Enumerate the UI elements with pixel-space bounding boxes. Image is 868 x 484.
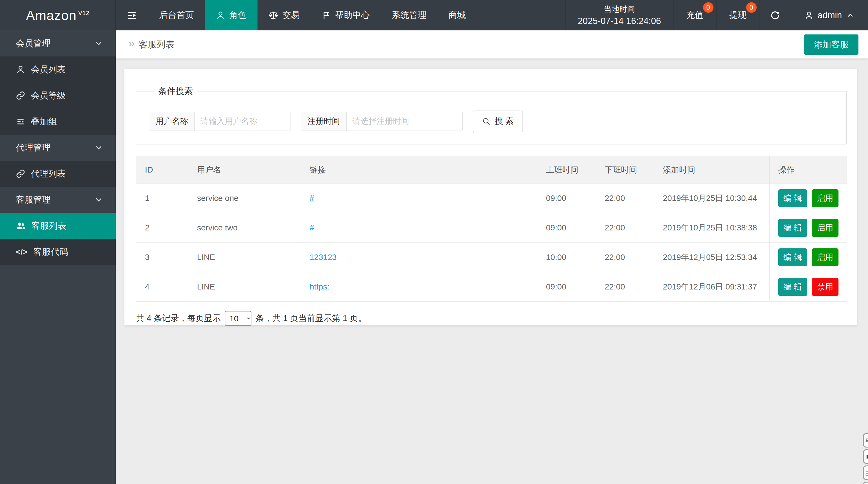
chevron-down-icon [94, 195, 103, 205]
search-button[interactable]: 搜 索 [473, 111, 523, 132]
sidebar: 会员管理 会员列表 会员等级 叠加组 代理管理 代理列表 客服管理 [0, 30, 116, 484]
sidebar-group-agents[interactable]: 代理管理 [0, 134, 116, 161]
translate-widget-button[interactable]: EN [863, 433, 868, 448]
service-link[interactable]: # [310, 223, 314, 232]
service-list-card: 条件搜索 用户名称 注册时间 搜 索 [124, 69, 857, 325]
recharge-badge: 0 [703, 2, 713, 13]
sidebar-item-service-list[interactable]: 客服列表 [0, 213, 116, 239]
cell-added-time: 2019年12月06日 09:31:37 [654, 272, 770, 302]
table-header-row: ID 用户名 链接 上班时间 下班时间 添加时间 操作 [136, 156, 847, 184]
list-arrow-icon [16, 117, 25, 126]
local-time-value: 2025-07-14 16:24:06 [578, 15, 661, 27]
sidebar-group-service[interactable]: 客服管理 [0, 187, 116, 213]
cell-end-time: 22:00 [596, 243, 654, 272]
nav-item-mall[interactable]: 商城 [437, 0, 477, 30]
sidebar-group-members[interactable]: 会员管理 [0, 30, 116, 56]
screen: AmazonV12 后台首页 角色 交易 帮助中心 系统管理 商城 当地时间 2… [0, 0, 868, 484]
nav-item-system[interactable]: 系统管理 [381, 0, 437, 30]
sidebar-item-stack-group[interactable]: 叠加组 [0, 109, 116, 134]
breadcrumb-bar: » 客服列表 添加客服 [116, 30, 868, 58]
link-icon [16, 169, 25, 178]
nav-item-roles[interactable]: 角色 [205, 0, 257, 30]
edit-button[interactable]: 编 辑 [778, 189, 807, 207]
withdraw-label: 提现 [730, 9, 747, 21]
nav-item-trade[interactable]: 交易 [257, 0, 311, 30]
cell-end-time: 22:00 [596, 184, 654, 213]
disable-button[interactable]: 禁用 [812, 278, 838, 296]
cell-id: 2 [136, 213, 188, 243]
col-header-link: 链接 [301, 156, 537, 184]
sidebar-item-member-level[interactable]: 会员等级 [0, 83, 116, 109]
add-service-button[interactable]: 添加客服 [804, 34, 859, 55]
username-input[interactable] [195, 112, 290, 130]
enable-button[interactable]: 启用 [812, 248, 838, 266]
sidebar-toggle-button[interactable] [116, 0, 148, 30]
local-time-label: 当地时间 [604, 3, 635, 15]
cell-end-time: 22:00 [596, 272, 654, 302]
nav-spacer [477, 0, 565, 30]
username-label: admin [818, 10, 842, 21]
widget-square-button[interactable] [863, 449, 868, 464]
cell-start-time: 09:00 [537, 184, 596, 213]
edit-button[interactable]: 编 辑 [778, 278, 807, 296]
sidebar-item-service-code[interactable]: </> 客服代码 [0, 239, 116, 265]
breadcrumb-chevrons-icon: » [128, 37, 134, 50]
language-label: EN [865, 438, 868, 443]
table-row: 1 service one # 09:00 22:00 2019年10月25日 … [136, 184, 847, 213]
table-row: 2 service two # 09:00 22:00 2019年10月25日 … [136, 213, 847, 243]
regtime-field-label: 注册时间 [301, 112, 347, 130]
user-menu[interactable]: admin [791, 0, 868, 30]
menu-lines-icon [866, 471, 868, 472]
code-icon: </> [16, 247, 28, 256]
nav-item-dashboard[interactable]: 后台首页 [148, 0, 205, 30]
cell-added-time: 2019年10月25日 10:38:38 [654, 213, 770, 243]
withdraw-badge: 0 [746, 2, 756, 13]
cell-username: service one [188, 184, 301, 213]
content-area: 条件搜索 用户名称 注册时间 搜 索 [116, 58, 868, 484]
recharge-button[interactable]: 充值 0 [674, 0, 717, 30]
flag-icon [322, 11, 331, 20]
edit-button[interactable]: 编 辑 [778, 248, 807, 266]
cell-id: 4 [136, 272, 188, 302]
service-link[interactable]: # [310, 194, 314, 203]
col-header-end-time: 下班时间 [596, 156, 654, 184]
float-widget-stack: EN [863, 433, 868, 484]
chevron-down-icon [94, 143, 103, 153]
logo-name: Amazon [26, 8, 77, 23]
withdraw-button[interactable]: 提现 0 [717, 0, 760, 30]
edit-button[interactable]: 编 辑 [778, 219, 807, 237]
widget-extra-button[interactable] [863, 482, 868, 484]
sidebar-group-label: 代理管理 [16, 142, 51, 154]
regtime-input-group: 注册时间 [301, 112, 463, 131]
nav-item-label: 角色 [229, 9, 247, 21]
enable-button[interactable]: 启用 [812, 219, 838, 237]
sidebar-item-label: 会员列表 [31, 64, 66, 75]
link-icon [16, 91, 25, 100]
sidebar-item-label: 会员等级 [31, 90, 66, 101]
nav-item-help-center[interactable]: 帮助中心 [311, 0, 381, 30]
col-header-username: 用户名 [188, 156, 301, 184]
breadcrumb: 客服列表 [138, 38, 175, 51]
widget-menu-button[interactable] [863, 465, 868, 480]
cell-start-time: 09:00 [537, 213, 596, 243]
hamburger-icon [126, 9, 138, 21]
enable-button[interactable]: 启用 [812, 189, 838, 207]
cell-id: 3 [136, 243, 188, 272]
sidebar-group-label: 客服管理 [16, 194, 51, 206]
regtime-input[interactable] [347, 112, 462, 130]
sidebar-group-label: 会员管理 [16, 38, 51, 50]
col-header-id: ID [136, 156, 188, 184]
username-field-label: 用户名称 [149, 112, 195, 130]
search-button-label: 搜 索 [495, 116, 514, 127]
sidebar-item-label: 客服代码 [34, 246, 68, 258]
page-size-select[interactable]: 10 [225, 311, 251, 326]
service-link[interactable]: 123123 [310, 253, 337, 262]
recharge-label: 充值 [686, 9, 704, 21]
sidebar-item-agent-list[interactable]: 代理列表 [0, 161, 116, 187]
col-header-actions: 操作 [770, 156, 847, 184]
sidebar-item-member-list[interactable]: 会员列表 [0, 56, 116, 83]
service-link[interactable]: https: [310, 282, 329, 291]
service-table: ID 用户名 链接 上班时间 下班时间 添加时间 操作 1 service on… [136, 156, 847, 302]
refresh-button[interactable] [760, 0, 791, 30]
chevron-down-icon [94, 38, 103, 48]
